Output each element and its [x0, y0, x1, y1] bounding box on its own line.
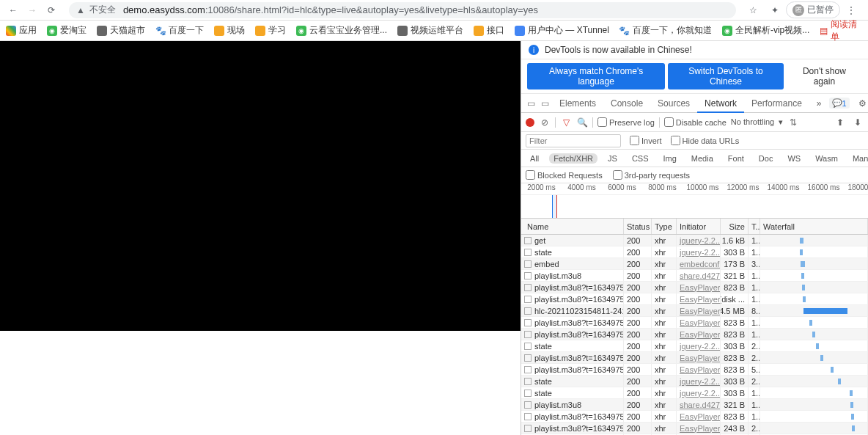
forward-button[interactable]: →: [25, 3, 40, 18]
apps-button[interactable]: 应用: [6, 24, 37, 37]
tab-network[interactable]: Network: [697, 94, 744, 113]
menu-icon[interactable]: ⋮: [845, 4, 858, 17]
bookmark-item[interactable]: 用户中心 — XTunnel: [515, 24, 609, 37]
reload-button[interactable]: ⟳: [44, 3, 59, 18]
table-row[interactable]: get200xhrjquery-2.2....1.6 kB1..: [521, 235, 868, 246]
table-row[interactable]: playlist.m3u8?t=16349753...200xhrEasyPla…: [521, 352, 868, 364]
request-initiator[interactable]: EasyPlayer-...: [680, 283, 721, 292]
row-checkbox[interactable]: [524, 331, 532, 338]
switch-language-button[interactable]: Switch DevTools to Chinese: [668, 63, 784, 89]
header-type[interactable]: Type: [652, 219, 677, 234]
request-initiator[interactable]: jquery-2.2....: [680, 236, 721, 245]
pause-badge[interactable]: 匿 已暂停: [786, 1, 840, 18]
row-checkbox[interactable]: [524, 307, 532, 315]
type-ws[interactable]: WS: [783, 153, 805, 164]
table-row[interactable]: playlist.m3u8?t=16349753...200xhrEasyPla…: [521, 293, 868, 305]
request-initiator[interactable]: jquery-2.2....: [680, 342, 721, 351]
table-row[interactable]: playlist.m3u8200xhrshare.d427...321 B1..: [521, 399, 868, 411]
request-initiator[interactable]: EasyPlayer-...: [680, 295, 721, 304]
preserve-log-checkbox[interactable]: Preserve log: [597, 117, 655, 127]
filter-icon[interactable]: ▽: [560, 117, 572, 128]
filter-input[interactable]: [526, 134, 621, 147]
row-checkbox[interactable]: [524, 260, 532, 268]
device-icon[interactable]: ▭: [541, 98, 549, 109]
request-initiator[interactable]: EasyPlayer-...: [680, 318, 721, 327]
tab-console[interactable]: Console: [603, 94, 650, 113]
bookmark-item[interactable]: 接口: [474, 24, 504, 37]
row-checkbox[interactable]: [524, 237, 532, 244]
request-initiator[interactable]: jquery-2.2....: [680, 248, 721, 257]
row-checkbox[interactable]: [524, 401, 532, 409]
type-fetch-xhr[interactable]: Fetch/XHR: [549, 153, 597, 164]
throttling-select[interactable]: No throttling ▾: [731, 117, 783, 127]
back-button[interactable]: ←: [6, 3, 21, 18]
type-media[interactable]: Media: [687, 153, 718, 164]
header-initiator[interactable]: Initiator: [677, 219, 721, 234]
bookmark-item[interactable]: 🐾百度一下: [155, 24, 204, 37]
type-css[interactable]: CSS: [628, 153, 653, 164]
tabs-more[interactable]: »: [809, 94, 829, 113]
type-doc[interactable]: Doc: [754, 153, 778, 164]
table-row[interactable]: embed200xhrembedconf...173 B3..: [521, 258, 868, 270]
type-font[interactable]: Font: [724, 153, 749, 164]
header-name[interactable]: Name: [521, 219, 624, 234]
table-row[interactable]: playlist.m3u8200xhrshare.d427...321 B1..: [521, 270, 868, 282]
invert-checkbox[interactable]: Invert: [630, 136, 662, 145]
request-initiator[interactable]: EasyPlayer-...: [680, 354, 721, 362]
header-waterfall[interactable]: Waterfall: [760, 219, 868, 234]
record-button[interactable]: [526, 118, 534, 127]
table-row[interactable]: playlist.m3u8?t=16349753...200xhrEasyPla…: [521, 411, 868, 423]
table-row[interactable]: state200xhrjquery-2.2....303 B2..: [521, 340, 868, 352]
bookmark-item[interactable]: 现场: [214, 24, 245, 37]
dont-show-again-button[interactable]: Don't show again: [787, 63, 862, 89]
tab-sources[interactable]: Sources: [650, 94, 697, 113]
hide-data-urls-checkbox[interactable]: Hide data URLs: [671, 136, 740, 145]
console-messages-badge[interactable]: 💬1: [829, 98, 850, 109]
settings-icon[interactable]: ⚙: [857, 98, 868, 109]
table-row[interactable]: playlist.m3u8?t=16349753...200xhrEasyPla…: [521, 364, 868, 376]
table-row[interactable]: playlist.m3u8?t=16349753...200xhrEasyPla…: [521, 317, 868, 329]
type-img[interactable]: Img: [659, 153, 681, 164]
table-row[interactable]: playlist.m3u8?t=16349753...200xhrEasyPla…: [521, 423, 868, 434]
import-icon[interactable]: ⬆: [834, 117, 846, 128]
bookmark-item[interactable]: 视频运维平台: [397, 24, 463, 37]
row-checkbox[interactable]: [524, 378, 532, 385]
tab-elements[interactable]: Elements: [552, 94, 603, 113]
video-player[interactable]: [0, 41, 521, 331]
type-manifest[interactable]: Manifest: [848, 153, 868, 164]
bookmark-item[interactable]: ◉云看宝宝业务管理...: [296, 24, 387, 37]
request-initiator[interactable]: embedconf...: [680, 260, 721, 268]
network-conditions-icon[interactable]: ⇅: [787, 117, 799, 128]
request-initiator[interactable]: EasyPlayer-...: [680, 330, 721, 339]
type-js[interactable]: JS: [603, 153, 622, 164]
bookmark-item[interactable]: ◉全民解析-vip视频...: [722, 24, 809, 37]
row-checkbox[interactable]: [524, 272, 532, 279]
request-initiator[interactable]: EasyPlayer-...: [680, 424, 721, 433]
header-size[interactable]: Size: [721, 219, 749, 234]
address-bar[interactable]: ▲ 不安全 demo.easydss.com:10086/share.html?…: [69, 2, 736, 18]
row-checkbox[interactable]: [524, 413, 532, 420]
inspect-icon[interactable]: ▭: [527, 98, 535, 109]
always-match-button[interactable]: Always match Chrome's language: [527, 63, 665, 89]
row-checkbox[interactable]: [524, 319, 532, 326]
row-checkbox[interactable]: [524, 354, 532, 362]
row-checkbox[interactable]: [524, 425, 532, 432]
row-checkbox[interactable]: [524, 366, 532, 373]
extensions-icon[interactable]: ✦: [768, 4, 781, 17]
bookmark-item[interactable]: 🐾百度一下，你就知道: [619, 24, 712, 37]
reading-list-button[interactable]: ▤ 阅读清单: [820, 18, 862, 43]
request-initiator[interactable]: EasyPlayer-...: [680, 365, 721, 374]
request-initiator[interactable]: jquery-2.2....: [680, 389, 721, 398]
row-checkbox[interactable]: [524, 296, 532, 303]
clear-button[interactable]: ⊘: [539, 117, 551, 128]
tab-performance[interactable]: Performance: [744, 94, 809, 113]
blocked-requests-checkbox[interactable]: Blocked Requests: [526, 170, 603, 180]
third-party-checkbox[interactable]: 3rd-party requests: [613, 170, 690, 180]
request-initiator[interactable]: share.d427...: [680, 271, 721, 280]
star-icon[interactable]: ☆: [746, 4, 760, 17]
table-row[interactable]: playlist.m3u8?t=16349753...200xhrEasyPla…: [521, 329, 868, 340]
row-checkbox[interactable]: [524, 390, 532, 397]
type-wasm[interactable]: Wasm: [811, 153, 842, 164]
request-initiator[interactable]: jquery-2.2....: [680, 377, 721, 386]
table-row[interactable]: state200xhrjquery-2.2....303 B1..: [521, 246, 868, 258]
